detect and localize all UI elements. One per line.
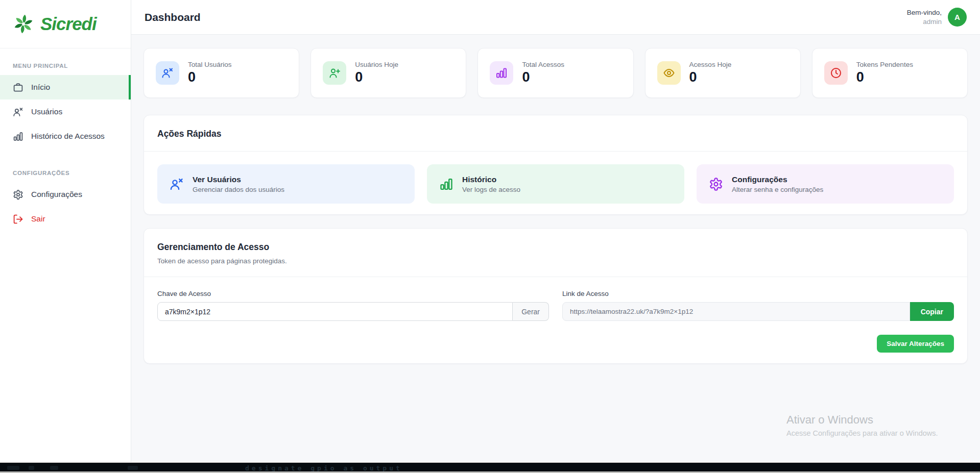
- access-link-input[interactable]: [562, 302, 910, 321]
- logout-icon: [13, 214, 23, 225]
- taskbar-artifact: [29, 466, 34, 470]
- avatar[interactable]: A: [948, 8, 967, 27]
- terminal-text: designate gpio as output: [245, 464, 402, 472]
- sidebar-item-label: Início: [31, 83, 50, 92]
- gear-icon: [709, 177, 723, 191]
- sidebar-item-usuarios[interactable]: Usuários: [0, 99, 131, 124]
- bar-chart-icon: [13, 131, 23, 142]
- main-area: Dashboard Bem-vindo, admin A: [131, 0, 980, 462]
- app-window: Sicredi MENU PRINCIPAL Início: [0, 0, 980, 462]
- brand-name: Sicredi: [40, 14, 97, 34]
- topbar: Dashboard Bem-vindo, admin A: [131, 0, 980, 35]
- action-title: Histórico: [462, 175, 520, 184]
- stat-card-total-acessos: Total Acessos 0: [477, 48, 633, 98]
- sidebar-item-inicio[interactable]: Início: [0, 75, 131, 99]
- users-icon: [13, 107, 23, 117]
- taskbar-artifact: [50, 466, 58, 470]
- sidebar-item-label: Usuários: [31, 107, 62, 116]
- sicredi-pinwheel-icon: [12, 13, 35, 35]
- action-subtitle: Gerenciar dados dos usuários: [193, 186, 284, 193]
- sidebar: Sicredi MENU PRINCIPAL Início: [0, 0, 131, 462]
- screen: Sicredi MENU PRINCIPAL Início: [0, 0, 980, 473]
- access-key-input[interactable]: [157, 302, 513, 321]
- taskbar-strip: designate gpio as output: [0, 462, 980, 473]
- briefcase-icon: [13, 82, 23, 93]
- users-icon: [156, 61, 179, 85]
- save-changes-button[interactable]: Salvar Alterações: [877, 335, 954, 353]
- access-management-title: Gerenciamento de Acesso: [157, 242, 954, 253]
- action-card-historico[interactable]: Histórico Ver logs de acesso: [427, 164, 684, 204]
- page-title: Dashboard: [145, 11, 201, 23]
- sicredi-logo: Sicredi: [0, 0, 131, 48]
- stat-card-usuarios-hoje: Usuários Hoje 0: [310, 48, 466, 98]
- taskbar-artifact: [128, 466, 138, 470]
- eye-icon: [657, 61, 681, 85]
- user-plus-icon: [323, 61, 346, 85]
- bar-chart-icon: [439, 177, 453, 191]
- sidebar-item-configuracoes[interactable]: Configurações: [0, 182, 131, 207]
- taskbar-artifact: [7, 466, 19, 470]
- stat-value: 0: [188, 69, 232, 85]
- access-management-subtitle: Token de acesso para páginas protegidas.: [157, 257, 954, 265]
- quick-actions-panel: Ações Rápidas Ver Usuári: [144, 115, 968, 215]
- sidebar-nav: MENU PRINCIPAL Início Usuários: [0, 48, 131, 231]
- action-subtitle: Ver logs de acesso: [462, 186, 520, 193]
- stat-value: 0: [355, 69, 398, 85]
- action-title: Ver Usuários: [193, 175, 284, 184]
- access-key-label: Chave de Acesso: [157, 290, 549, 297]
- dashboard-content: Total Usuários 0: [131, 35, 980, 462]
- welcome-line: Bem-vindo,: [907, 8, 942, 17]
- stat-value: 0: [522, 69, 564, 85]
- bar-chart-icon: [490, 61, 513, 85]
- stat-value: 0: [856, 69, 913, 85]
- stat-label: Usuários Hoje: [355, 61, 398, 68]
- user-box: Bem-vindo, admin A: [907, 8, 967, 27]
- gear-icon: [13, 189, 23, 200]
- sidebar-item-label: Sair: [31, 214, 45, 223]
- welcome-text: Bem-vindo, admin: [907, 8, 942, 26]
- stat-card-tokens-pendentes: Tokens Pendentes 0: [812, 48, 968, 98]
- stat-label: Acessos Hoje: [689, 61, 732, 68]
- sidebar-item-historico[interactable]: Histórico de Acessos: [0, 124, 131, 148]
- users-icon: [170, 177, 184, 191]
- quick-actions-header: Ações Rápidas: [144, 115, 967, 152]
- action-card-configuracoes[interactable]: Configurações Alterar senha e configuraç…: [697, 164, 954, 204]
- access-management-header: Gerenciamento de Acesso Token de acesso …: [144, 229, 967, 277]
- username: admin: [907, 17, 942, 27]
- copy-link-button[interactable]: Copiar: [910, 302, 954, 321]
- sidebar-section-configuracoes: CONFIGURAÇÕES: [0, 156, 131, 182]
- clock-icon: [824, 61, 848, 85]
- action-subtitle: Alterar senha e configurações: [732, 186, 823, 193]
- stat-card-total-usuarios: Total Usuários 0: [144, 48, 299, 98]
- generate-key-button[interactable]: Gerar: [513, 302, 549, 321]
- access-management-panel: Gerenciamento de Acesso Token de acesso …: [144, 228, 968, 364]
- action-title: Configurações: [732, 175, 823, 184]
- stats-row: Total Usuários 0: [144, 48, 968, 98]
- actions-row: Ver Usuários Gerenciar dados dos usuário…: [157, 164, 954, 204]
- access-link-label: Link de Acesso: [562, 290, 954, 297]
- sidebar-section-menu-principal: MENU PRINCIPAL: [0, 48, 131, 75]
- action-card-ver-usuarios[interactable]: Ver Usuários Gerenciar dados dos usuário…: [157, 164, 415, 204]
- stat-value: 0: [689, 69, 732, 85]
- stat-label: Total Acessos: [522, 61, 564, 68]
- quick-actions-title: Ações Rápidas: [157, 129, 954, 139]
- sidebar-item-label: Configurações: [31, 190, 82, 199]
- stat-label: Total Usuários: [188, 61, 232, 68]
- sidebar-item-sair[interactable]: Sair: [0, 207, 131, 231]
- stat-card-acessos-hoje: Acessos Hoje 0: [645, 48, 801, 98]
- sidebar-item-label: Histórico de Acessos: [31, 132, 105, 141]
- stat-label: Tokens Pendentes: [856, 61, 913, 68]
